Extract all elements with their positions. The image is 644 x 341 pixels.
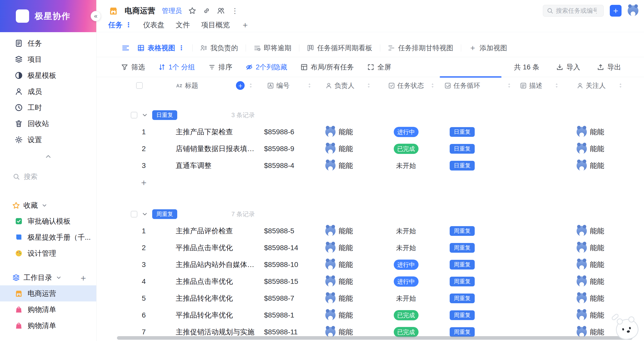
status-cell[interactable]: 未开始 bbox=[373, 290, 439, 307]
group-header[interactable]: 周重复 7 条记录 bbox=[97, 206, 644, 223]
owner-cell[interactable]: 能能 bbox=[325, 239, 373, 256]
cycle-badge[interactable]: 周重复 bbox=[450, 260, 475, 270]
status-cell[interactable]: 进行中 bbox=[373, 124, 439, 140]
sort-arrows-icon[interactable] bbox=[554, 82, 560, 89]
status-badge[interactable]: 未开始 bbox=[396, 226, 416, 236]
column-header-owner[interactable]: 负责人 bbox=[325, 77, 373, 94]
watcher-cell[interactable]: 能能 bbox=[562, 256, 644, 273]
more-options-icon[interactable]: ⋮ bbox=[231, 7, 238, 15]
watcher-cell[interactable]: 能能 bbox=[562, 140, 644, 157]
view-due-soon[interactable]: 即将逾期 bbox=[254, 43, 291, 53]
cycle-cell[interactable]: 日重复 bbox=[439, 157, 500, 174]
status-cell[interactable]: 已完成 bbox=[373, 307, 439, 324]
column-header-status[interactable]: 任务状态 bbox=[373, 77, 439, 94]
add-task-plus-icon[interactable]: ＋ bbox=[139, 177, 148, 188]
cycle-badge[interactable]: 周重复 bbox=[450, 294, 475, 303]
add-workdir-button[interactable]: ＋ bbox=[79, 273, 88, 282]
group-badge[interactable]: 周重复 bbox=[152, 209, 177, 219]
add-column-button[interactable]: ＋ bbox=[236, 81, 245, 90]
favorite-item-design[interactable]: 设计管理 bbox=[0, 245, 96, 261]
export-button[interactable]: 导出 bbox=[597, 63, 621, 72]
members-icon[interactable] bbox=[217, 7, 225, 15]
status-badge[interactable]: 已完成 bbox=[394, 327, 419, 337]
watcher-cell[interactable]: 能能 bbox=[562, 223, 644, 239]
table-row[interactable]: 1 主推产品评价检查 $85988-5 能能 未开始 周重复 能能 bbox=[97, 223, 644, 239]
global-search-input[interactable] bbox=[556, 7, 597, 14]
column-header-description[interactable]: 描述 bbox=[500, 77, 562, 94]
task-title-cell[interactable]: 直通车调整 bbox=[176, 157, 264, 174]
cycle-cell[interactable]: 周重复 bbox=[439, 273, 500, 290]
task-title[interactable]: 平推品转化率优化 bbox=[176, 310, 233, 320]
layout-button[interactable]: 布局/所有任务 bbox=[301, 63, 354, 72]
group-badge[interactable]: 日重复 bbox=[152, 110, 177, 120]
cycle-cell[interactable]: 周重复 bbox=[439, 290, 500, 307]
owner-cell[interactable]: 能能 bbox=[325, 273, 373, 290]
column-header-title[interactable]: 标题 ＋ bbox=[176, 77, 264, 94]
watcher-cell[interactable]: 能能 bbox=[562, 124, 644, 140]
task-title-cell[interactable]: 店铺销量数据日报表填写... bbox=[176, 140, 264, 157]
filter-button[interactable]: 筛选 bbox=[121, 63, 145, 72]
watcher-cell[interactable]: 能能 bbox=[562, 239, 644, 256]
status-cell[interactable]: 未开始 bbox=[373, 157, 439, 174]
favorite-item-handbook[interactable]: 极星提效手册（千... bbox=[0, 229, 96, 245]
mascot-polar-bear[interactable] bbox=[612, 313, 640, 339]
table-row[interactable]: 2 平推品点击率优化 $85988-14 能能 未开始 周重复 能能 bbox=[97, 239, 644, 256]
group-checkbox[interactable] bbox=[131, 211, 137, 217]
task-title-cell[interactable]: 平推品点击率优化 bbox=[176, 239, 264, 256]
table-row[interactable]: 3 直通车调整 $85988-4 能能 未开始 日重复 能能 bbox=[97, 157, 644, 174]
status-cell[interactable]: 进行中 bbox=[373, 256, 439, 273]
status-badge[interactable]: 未开始 bbox=[396, 161, 416, 171]
tab-more-icon[interactable]: ⋮ bbox=[125, 21, 132, 29]
column-header-watcher[interactable]: 关注人 bbox=[562, 77, 644, 94]
cycle-badge[interactable]: 周重复 bbox=[450, 226, 475, 236]
sort-arrows-icon[interactable] bbox=[430, 82, 436, 89]
column-header-id[interactable]: 编号 bbox=[264, 77, 325, 94]
column-header-cycle[interactable]: 任务循环 bbox=[439, 77, 500, 94]
group-checkbox[interactable] bbox=[131, 112, 137, 118]
sort-arrows-icon[interactable] bbox=[617, 82, 624, 89]
owner-cell[interactable]: 能能 bbox=[325, 223, 373, 239]
cycle-badge[interactable]: 日重复 bbox=[450, 127, 475, 137]
cycle-cell[interactable]: 日重复 bbox=[439, 140, 500, 157]
sidebar-item-recycle-bin[interactable]: 回收站 bbox=[0, 116, 96, 132]
sort-button[interactable]: 排序 bbox=[208, 63, 232, 72]
task-title[interactable]: 主推促销活动规划与实施 bbox=[176, 327, 254, 337]
view-more-icon[interactable]: ⋮ bbox=[178, 44, 185, 52]
cycle-badge[interactable]: 周重复 bbox=[450, 327, 475, 337]
import-button[interactable]: 导入 bbox=[556, 63, 580, 72]
view-gantt[interactable]: 任务排期甘特视图 bbox=[388, 43, 453, 53]
workdir-item-shopping-list-2[interactable]: 购物清单 bbox=[0, 318, 96, 334]
tab-files[interactable]: 文件 bbox=[176, 20, 190, 30]
chevron-down-icon[interactable] bbox=[141, 112, 148, 118]
description-cell[interactable] bbox=[500, 290, 562, 307]
task-title-cell[interactable]: 平推品转化率优化 bbox=[176, 307, 264, 324]
task-title-cell[interactable]: 主推品站内站外自媒体流... bbox=[176, 256, 264, 273]
owner-cell[interactable]: 能能 bbox=[325, 140, 373, 157]
workdir-item-shopping-list-1[interactable]: 购物清单 bbox=[0, 301, 96, 318]
sort-arrows-icon[interactable] bbox=[366, 82, 372, 89]
status-badge[interactable]: 已完成 bbox=[394, 310, 419, 320]
status-cell[interactable]: 已完成 bbox=[373, 140, 439, 157]
status-cell[interactable]: 进行中 bbox=[373, 273, 439, 290]
tab-overview[interactable]: 项目概览 bbox=[201, 20, 230, 30]
sidebar-item-templates[interactable]: 极星模板 bbox=[0, 67, 96, 83]
status-badge[interactable]: 未开始 bbox=[396, 293, 416, 303]
cycle-cell[interactable]: 周重复 bbox=[439, 256, 500, 273]
view-cycle-kanban[interactable]: 任务循环周期看板 bbox=[307, 43, 372, 53]
sidebar-search[interactable] bbox=[0, 170, 96, 184]
sidebar-search-input[interactable] bbox=[24, 173, 82, 181]
link-icon[interactable] bbox=[203, 7, 210, 15]
cycle-cell[interactable]: 日重复 bbox=[439, 124, 500, 140]
create-button[interactable]: ＋ bbox=[610, 5, 622, 17]
sort-arrows-icon[interactable] bbox=[306, 82, 313, 89]
status-badge[interactable]: 进行中 bbox=[394, 127, 419, 137]
owner-cell[interactable]: 能能 bbox=[325, 124, 373, 140]
role-badge[interactable]: 管理员 bbox=[162, 6, 182, 15]
global-search[interactable] bbox=[543, 5, 604, 17]
favorites-header[interactable]: 收藏 bbox=[0, 198, 96, 213]
cycle-cell[interactable]: 周重复 bbox=[439, 239, 500, 256]
table-row[interactable]: 4 主推品点击率优化 $85988-15 能能 进行中 周重复 能能 bbox=[97, 273, 644, 290]
table-row[interactable]: 2 店铺销量数据日报表填写... $85988-9 能能 已完成 日重复 能能 bbox=[97, 140, 644, 157]
tab-dashboard[interactable]: 仪表盘 bbox=[143, 20, 164, 30]
description-cell[interactable] bbox=[500, 124, 562, 140]
